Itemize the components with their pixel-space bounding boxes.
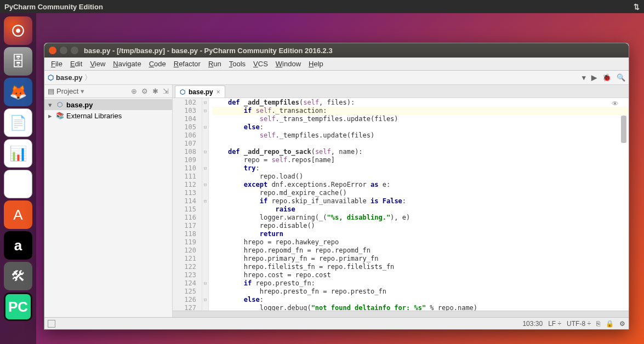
breadcrumb-chevron-icon: 〉	[84, 73, 92, 83]
network-icon[interactable]: ⇅	[634, 3, 640, 11]
scroll-thumb[interactable]	[621, 116, 626, 143]
project-tool-icon: ▤	[48, 87, 54, 95]
tree-expand-icon[interactable]: ▾	[47, 101, 53, 109]
tree-node-label: External Libraries	[66, 112, 122, 120]
tab-close-icon[interactable]: ×	[216, 88, 220, 96]
run-config-dropdown[interactable]: ▾	[582, 73, 586, 82]
launcher-firefox[interactable]: 🦊	[4, 78, 32, 106]
sidebar-dropdown-icon[interactable]: ▾	[81, 87, 84, 95]
caret-position[interactable]: 103:30	[522, 320, 543, 328]
library-icon: 📚	[55, 111, 64, 120]
menu-vcs[interactable]: VCS	[250, 59, 271, 69]
pycharm-window: base.py - [/tmp/base.py] - base.py - PyC…	[44, 43, 629, 330]
titlebar[interactable]: base.py - [/tmp/base.py] - base.py - PyC…	[44, 43, 629, 58]
menu-view[interactable]: View	[87, 59, 109, 69]
unity-launcher: 🗄 🦊 📄 📊 📽 A a 🛠 PC	[0, 13, 36, 344]
menu-tools[interactable]: Tools	[226, 59, 249, 69]
editor-tabbar: ⬡ base.py ×	[173, 85, 629, 98]
menu-file[interactable]: File	[48, 59, 66, 69]
code-editor[interactable]: 1021031041051061071081091101111121131141…	[173, 98, 629, 311]
launcher-pycharm[interactable]: PC	[4, 293, 32, 321]
window-minimize-button[interactable]	[60, 47, 67, 54]
collapse-all-icon[interactable]: ⚙	[141, 87, 148, 95]
sidebar-header-label[interactable]: Project	[56, 87, 78, 95]
vertical-scrollbar[interactable]	[621, 99, 628, 309]
svg-point-1	[16, 28, 20, 33]
statusbar-tool-windows-icon[interactable]	[48, 320, 55, 328]
encoding-indicator[interactable]: UTF-8 ÷	[567, 320, 591, 328]
launcher-settings[interactable]: 🛠	[4, 262, 32, 290]
launcher-calc[interactable]: 📊	[4, 139, 32, 168]
menu-navigate[interactable]: Navigate	[110, 59, 144, 69]
settings-icon[interactable]: ✱	[152, 87, 158, 95]
panel-title: PyCharm Community Edition	[4, 3, 103, 11]
desktop-top-panel: PyCharm Community Edition ⇅	[0, 0, 644, 13]
launcher-files[interactable]: 🗄	[4, 47, 32, 76]
tree-node-label: base.py	[66, 101, 93, 109]
statusbar-hector-icon[interactable]: ⚙	[619, 320, 625, 328]
horizontal-scrollbar[interactable]	[173, 311, 629, 317]
code-area[interactable]: def _add_tempfiles(self, files): if self…	[209, 98, 629, 311]
tree-node-external-libraries[interactable]: ▸📚External Libraries	[44, 110, 172, 121]
statusbar-lock-icon[interactable]: 🔒	[606, 320, 614, 328]
window-maximize-button[interactable]	[71, 47, 78, 54]
launcher-writer[interactable]: 📄	[4, 108, 32, 137]
window-close-button[interactable]	[49, 47, 56, 54]
tree-expand-icon[interactable]: ▸	[47, 112, 53, 120]
launcher-amazon[interactable]: a	[4, 231, 32, 260]
fold-gutter[interactable]: ⊟⊟⊟⊟⊟⊟⊡⊟⊟	[202, 98, 209, 311]
launcher-software[interactable]: A	[4, 200, 32, 229]
python-file-icon: ⬡	[55, 100, 64, 109]
breadcrumb[interactable]: base.py	[56, 73, 82, 82]
menu-help[interactable]: Help	[305, 59, 327, 69]
python-file-icon: ⬡	[48, 73, 54, 82]
line-number-gutter: 1021031041051061071081091101111121131141…	[173, 98, 202, 311]
scroll-from-source-icon[interactable]: ⊕	[131, 87, 137, 95]
debug-button[interactable]: 🐞	[602, 73, 611, 82]
menubar: FileEditViewNavigateCodeRefactorRunTools…	[44, 58, 629, 71]
tab-label: base.py	[189, 88, 213, 96]
line-sep-indicator[interactable]: LF ÷	[548, 320, 561, 328]
python-file-icon: ⬡	[180, 88, 185, 96]
statusbar-git-icon[interactable]: ⎘	[596, 320, 600, 328]
project-sidebar: ▤ Project ▾ ⊕⚙✱⇲ ▾⬡base.py▸📚External Lib…	[44, 85, 173, 317]
nav-bar: ⬡ base.py 〉 ▾▶🐞🔍	[44, 71, 629, 85]
menu-run[interactable]: Run	[205, 59, 225, 69]
tree-node-base-py[interactable]: ▾⬡base.py	[44, 99, 172, 110]
menu-window[interactable]: Window	[272, 59, 304, 69]
status-bar: 103:30 LF ÷ UTF-8 ÷ ⎘ 🔒 ⚙	[44, 317, 629, 329]
editor-tab[interactable]: ⬡ base.py ×	[175, 85, 225, 98]
search-button[interactable]: 🔍	[617, 73, 625, 82]
menu-refactor[interactable]: Refactor	[170, 59, 204, 69]
menu-code[interactable]: Code	[146, 59, 169, 69]
window-title: base.py - [/tmp/base.py] - base.py - PyC…	[84, 47, 333, 55]
inspections-eye-icon[interactable]: 👁	[612, 100, 619, 108]
menu-edit[interactable]: Edit	[67, 59, 86, 69]
run-button[interactable]: ▶	[591, 73, 597, 82]
hide-icon[interactable]: ⇲	[163, 87, 169, 95]
launcher-impress[interactable]: 📽	[4, 170, 32, 198]
launcher-dash[interactable]	[4, 16, 32, 45]
